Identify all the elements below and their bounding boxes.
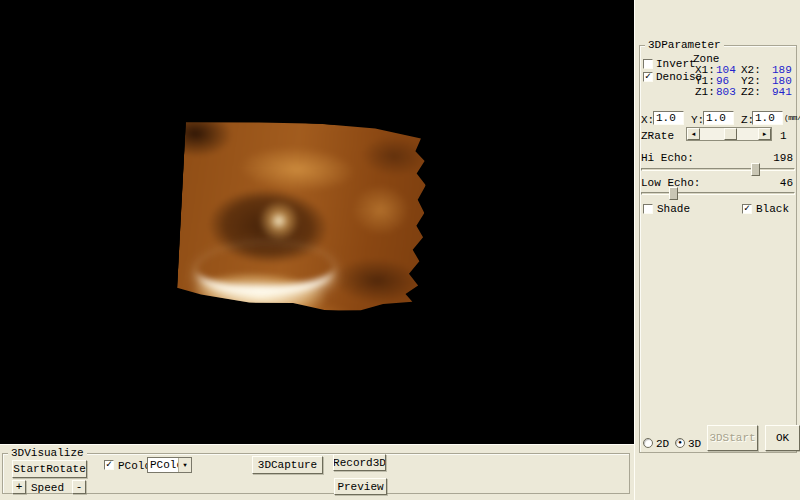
3dstart-button[interactable]: 3DStart [707,425,758,451]
shade-checkbox[interactable] [643,204,653,214]
denoise-checkbox[interactable]: ✓ [643,72,653,82]
3dcapture-button-label: 3DCapture [258,459,317,471]
y-scale-input[interactable]: 1.0 [703,111,734,125]
radio-2d[interactable] [643,438,653,448]
preview-button-label: Preview [337,481,383,493]
low-echo-slider-thumb[interactable] [669,187,678,200]
zrate-value: 1 [780,130,787,142]
ok-button-label: OK [776,432,789,444]
invert-label: Invert [656,58,696,70]
visualize-panel: 3DVisualize StartRotate + Speed - ✓ PCol… [0,444,634,500]
zone-z2-value: 941 [772,86,792,98]
parameter-panel: 3DParameter Invert ✓ Denoise Zone X1: 10… [634,0,800,500]
record3d-button-label: Record3D [333,457,386,469]
pcolor-dropdown[interactable]: PColor ▼ [147,457,192,473]
pcolor-check-icon: ✓ [106,461,112,469]
y-scale-value: 1.0 [706,112,726,124]
radio-3d-dot-icon: ● [678,440,682,446]
low-echo-slider-track[interactable] [641,192,795,195]
preview-button[interactable]: Preview [334,478,387,495]
parameter-group-title: 3DParameter [645,39,724,51]
hi-echo-slider[interactable] [641,163,795,177]
visualize-group-title: 3DVisualize [8,447,87,459]
radio-3d-label: 3D [688,438,701,450]
z-scale-value: 1.0 [755,112,775,124]
3dcapture-button[interactable]: 3DCapture [252,456,323,474]
pcolor-dropdown-value: PColor [148,458,178,472]
dropdown-arrow-icon[interactable]: ▼ [178,458,191,472]
scale-unit-label: (mm/p) [784,113,800,122]
speed-label: Speed [31,482,64,494]
parameter-groupbox: 3DParameter Invert ✓ Denoise Zone X1: 10… [639,45,797,453]
speed-plus-button[interactable]: + [12,480,26,494]
speed-plus-label: + [16,481,23,493]
black-checkbox[interactable]: ✓ [742,204,752,214]
z-scale-input[interactable]: 1.0 [752,111,783,125]
zone-z1-label: Z1: [695,86,715,98]
radio-2d-label: 2D [656,438,669,450]
low-echo-slider[interactable] [641,187,795,201]
zone-z2-label: Z2: [741,86,761,98]
zone-z1-value: 803 [716,86,736,98]
render-viewport[interactable] [0,0,634,444]
ok-button[interactable]: OK [765,425,800,451]
hi-echo-slider-track[interactable] [641,168,795,171]
record3d-button[interactable]: Record3D [333,454,386,471]
zrate-scrollbar-thumb[interactable] [724,128,737,140]
x-scale-value: 1.0 [656,112,676,124]
zrate-scrollbar-track[interactable] [700,128,758,140]
invert-checkbox[interactable] [643,59,653,69]
speed-minus-button[interactable]: - [72,480,86,494]
scroll-left-icon[interactable]: ◄ [687,128,700,140]
x-scale-input[interactable]: 1.0 [653,111,684,125]
black-label: Black [756,203,789,215]
scroll-right-icon[interactable]: ► [758,128,771,140]
start-rotate-button-label: StartRotate [13,463,86,475]
3dstart-button-label: 3DStart [709,432,755,444]
ultrasound-render [176,117,428,315]
shade-label: Shade [657,203,690,215]
app-window: 3DParameter Invert ✓ Denoise Zone X1: 10… [0,0,800,500]
zrate-scrollbar[interactable]: ◄ ► [686,127,772,141]
black-check-icon: ✓ [744,205,750,213]
radio-3d[interactable]: ● [675,438,685,448]
zrate-label: ZRate [641,130,674,142]
pcolor-checkbox[interactable]: ✓ [104,460,114,470]
start-rotate-button[interactable]: StartRotate [12,460,87,478]
speed-minus-label: - [76,481,83,493]
denoise-check-icon: ✓ [645,73,651,81]
hi-echo-slider-thumb[interactable] [751,163,760,176]
